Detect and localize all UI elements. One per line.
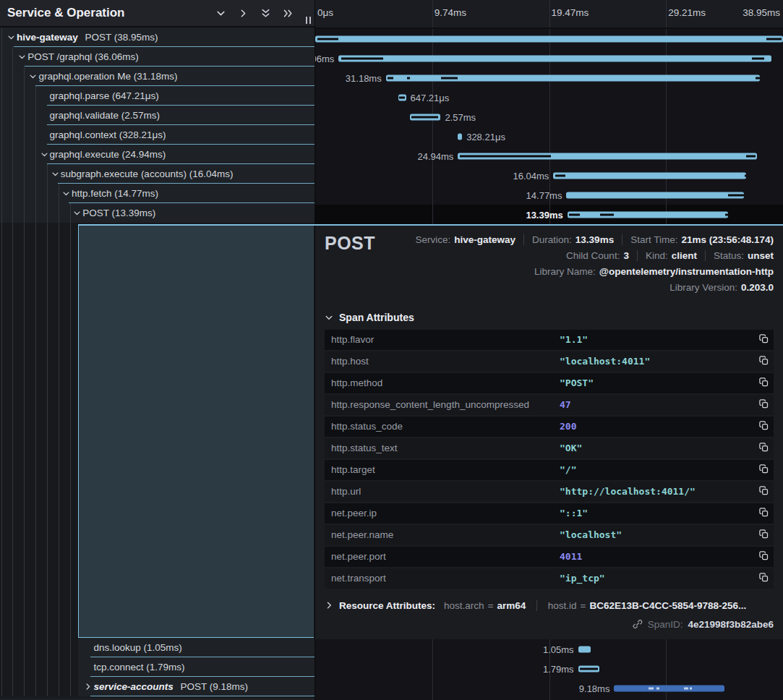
span-service-name: service-accounts xyxy=(93,681,173,692)
span-bar[interactable] xyxy=(566,192,743,198)
resource-value: BC62E13B-C4CC-5854-9788-256... xyxy=(589,600,746,611)
span-timeline-row[interactable]: 13.39ms xyxy=(315,205,783,224)
chevron-down-icon[interactable] xyxy=(29,72,37,80)
attribute-value: "localhost:4011" xyxy=(560,351,650,372)
span-operation-label: tcp.connect (1.79ms) xyxy=(93,662,184,673)
span-row[interactable]: POST /graphql (36.06ms) xyxy=(0,47,315,67)
span-row[interactable]: graphql.validate (2.57ms) xyxy=(0,106,315,125)
chevron-down-icon[interactable] xyxy=(51,170,59,178)
copy-button[interactable] xyxy=(758,355,769,366)
span-bar[interactable] xyxy=(578,646,591,652)
chevron-down-icon[interactable] xyxy=(40,150,48,158)
attribute-row: http.method "POST" xyxy=(325,373,774,393)
link-icon[interactable] xyxy=(633,619,643,629)
timeline-rows-bottom: 1.05ms 1.79ms 9.18ms xyxy=(315,639,783,700)
span-timeline-row[interactable]: 24.94ms xyxy=(315,146,783,166)
copy-button[interactable] xyxy=(758,420,769,431)
span-timeline-row[interactable]: 328.21μs xyxy=(315,127,783,146)
copy-button[interactable] xyxy=(758,442,769,453)
span-timeline-row[interactable]: 14.77ms xyxy=(315,185,783,205)
span-duration-label: 31.18ms xyxy=(346,72,382,83)
span-timeline-row[interactable]: 36.06ms xyxy=(315,48,783,68)
span-bar[interactable] xyxy=(410,114,441,120)
span-row[interactable]: http.fetch (14.77ms) xyxy=(0,184,315,203)
collapse-one-icon[interactable] xyxy=(215,7,227,20)
chevron-right-icon[interactable] xyxy=(84,683,92,691)
ruler-tick-label: 9.74ms xyxy=(435,7,466,18)
copy-icon xyxy=(758,420,769,431)
attribute-value: "http://localhost:4011/" xyxy=(560,482,696,502)
span-bar[interactable] xyxy=(315,35,783,42)
chevron-down-icon[interactable] xyxy=(18,53,26,61)
span-bar[interactable] xyxy=(386,74,761,81)
span-bar[interactable] xyxy=(568,211,729,218)
span-duration-label: 13.39ms xyxy=(526,209,562,220)
span-duration-label: 328.21μs xyxy=(466,131,505,142)
timeline-ruler[interactable]: 0μs9.74ms19.47ms29.21ms38.95ms xyxy=(315,0,783,29)
span-timeline-row[interactable]: 1.05ms xyxy=(315,639,783,659)
expand-one-icon[interactable] xyxy=(237,7,249,20)
copy-button[interactable] xyxy=(758,550,769,561)
attribute-value: "1.1" xyxy=(560,330,588,350)
copy-button[interactable] xyxy=(758,485,769,496)
span-timeline-row[interactable]: 16.04ms xyxy=(315,166,783,185)
chevron-down-icon[interactable] xyxy=(7,33,15,41)
span-bar[interactable] xyxy=(458,133,462,140)
span-attributes-header[interactable]: Span Attributes xyxy=(325,310,774,325)
attribute-value: "localhost" xyxy=(560,525,622,545)
panel-resize-handle[interactable] xyxy=(306,17,311,24)
span-row[interactable]: subgraph.execute (accounts) (16.04ms) xyxy=(0,164,315,184)
span-row[interactable]: graphql.execute (24.94ms) xyxy=(0,145,315,164)
resource-attributes-row[interactable]: Resource Attributes: host.arch=arm64 hos… xyxy=(325,597,774,613)
span-id-label: SpanID: xyxy=(648,619,683,630)
section-title: Span Attributes xyxy=(339,312,414,323)
attribute-key: net.peer.ip xyxy=(331,503,377,524)
span-timeline-row[interactable]: 1.79ms xyxy=(315,659,783,678)
span-operation-label: graphql.validate (2.57ms) xyxy=(50,110,160,121)
span-row[interactable]: graphql.parse (647.21μs) xyxy=(0,86,315,106)
span-row[interactable]: dns.lookup (1.05ms) xyxy=(0,638,315,657)
span-bar[interactable] xyxy=(578,665,600,672)
copy-button[interactable] xyxy=(758,464,769,474)
tree-header: Service & Operation xyxy=(0,0,315,27)
span-timeline-row[interactable]: 647.21μs xyxy=(315,88,783,107)
span-timeline-row[interactable] xyxy=(315,29,783,48)
copy-button[interactable] xyxy=(758,333,769,344)
copy-button[interactable] xyxy=(758,572,769,583)
span-row-underline xyxy=(90,696,315,696)
chevron-down-icon xyxy=(325,313,333,322)
copy-icon xyxy=(758,333,769,344)
copy-button[interactable] xyxy=(758,398,769,409)
expand-all-icon[interactable] xyxy=(282,7,294,20)
span-operation-label: POST /graphql (36.06ms) xyxy=(27,51,139,62)
span-operation-label: subgraph.execute (accounts) (16.04ms) xyxy=(61,168,234,179)
chevron-down-icon[interactable] xyxy=(62,189,70,197)
timeline-panel: 0μs9.74ms19.47ms29.21ms38.95ms 36.06ms 3… xyxy=(315,0,783,700)
attribute-key: http.flavor xyxy=(331,330,374,350)
collapse-all-icon[interactable] xyxy=(260,7,272,20)
span-timeline-row[interactable]: 2.57ms xyxy=(315,107,783,127)
span-bar[interactable] xyxy=(338,55,771,61)
span-bar[interactable] xyxy=(614,685,724,691)
span-row[interactable]: POST (13.39ms) xyxy=(0,203,315,223)
span-row[interactable]: graphql.context (328.21μs) xyxy=(0,125,315,145)
overview-label: Service: xyxy=(415,234,450,245)
span-timeline-row[interactable]: 31.18ms xyxy=(315,68,783,88)
span-row[interactable]: tcp.connect (1.79ms) xyxy=(0,657,315,677)
copy-button[interactable] xyxy=(758,507,769,518)
copy-icon xyxy=(758,485,769,496)
span-id-value: 4e21998f3b82abe6 xyxy=(688,619,774,630)
span-timeline-row[interactable]: 9.18ms xyxy=(315,678,783,698)
span-row[interactable]: service-accounts POST (9.18ms) xyxy=(0,677,315,696)
chevron-down-icon[interactable] xyxy=(73,209,81,217)
span-operation-label: http.fetch (14.77ms) xyxy=(72,188,158,199)
span-bar[interactable] xyxy=(458,153,757,159)
span-row[interactable]: hive-gateway POST (38.95ms) xyxy=(0,27,315,47)
span-bar[interactable] xyxy=(553,172,746,179)
copy-button[interactable] xyxy=(758,529,769,539)
gridline xyxy=(432,0,433,27)
span-operation-label: POST (9.18ms) xyxy=(180,681,248,692)
span-bar[interactable] xyxy=(398,94,406,101)
span-row[interactable]: graphql.operation Me (31.18ms) xyxy=(0,67,315,86)
copy-button[interactable] xyxy=(758,377,769,388)
